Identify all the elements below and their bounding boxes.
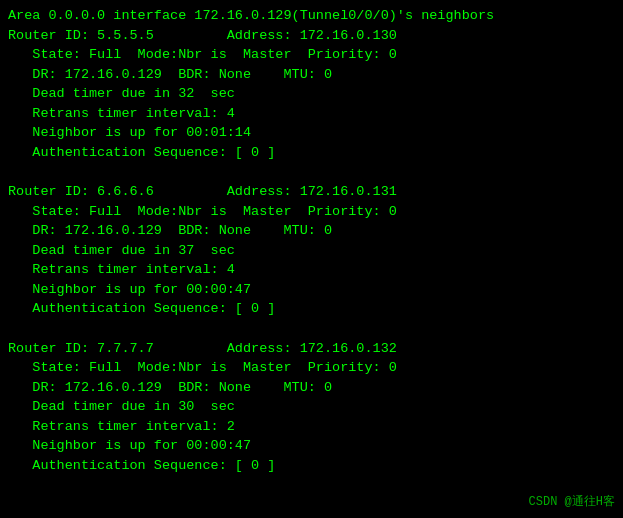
router-2-state: State: Full Mode:Nbr is Master Priority:… (8, 202, 615, 222)
router-2-retrans: Retrans timer interval: 4 (8, 260, 615, 280)
router-1-dead: Dead timer due in 32 sec (8, 84, 615, 104)
header-line: Area 0.0.0.0 interface 172.16.0.129(Tunn… (8, 6, 615, 26)
terminal: Area 0.0.0.0 interface 172.16.0.129(Tunn… (0, 0, 623, 518)
router-2-neighbor: Neighbor is up for 00:00:47 (8, 280, 615, 300)
router-1-state: State: Full Mode:Nbr is Master Priority:… (8, 45, 615, 65)
router-1-id: Router ID: 5.5.5.5 Address: 172.16.0.130 (8, 26, 615, 46)
router-3-neighbor: Neighbor is up for 00:00:47 (8, 436, 615, 456)
router-1-dr: DR: 172.16.0.129 BDR: None MTU: 0 (8, 65, 615, 85)
router-3-state: State: Full Mode:Nbr is Master Priority:… (8, 358, 615, 378)
router-2-dr: DR: 172.16.0.129 BDR: None MTU: 0 (8, 221, 615, 241)
watermark: CSDN @通往H客 (529, 493, 615, 510)
router-3-id: Router ID: 7.7.7.7 Address: 172.16.0.132 (8, 339, 615, 359)
router-3-retrans: Retrans timer interval: 2 (8, 417, 615, 437)
router-1-retrans: Retrans timer interval: 4 (8, 104, 615, 124)
router-1-neighbor: Neighbor is up for 00:01:14 (8, 123, 615, 143)
router-3-dr: DR: 172.16.0.129 BDR: None MTU: 0 (8, 378, 615, 398)
router-2-id: Router ID: 6.6.6.6 Address: 172.16.0.131 (8, 182, 615, 202)
router-2-auth: Authentication Sequence: [ 0 ] (8, 299, 615, 319)
router-1-auth: Authentication Sequence: [ 0 ] (8, 143, 615, 163)
router-3-auth: Authentication Sequence: [ 0 ] (8, 456, 615, 476)
router-2-dead: Dead timer due in 37 sec (8, 241, 615, 261)
router-3-dead: Dead timer due in 30 sec (8, 397, 615, 417)
